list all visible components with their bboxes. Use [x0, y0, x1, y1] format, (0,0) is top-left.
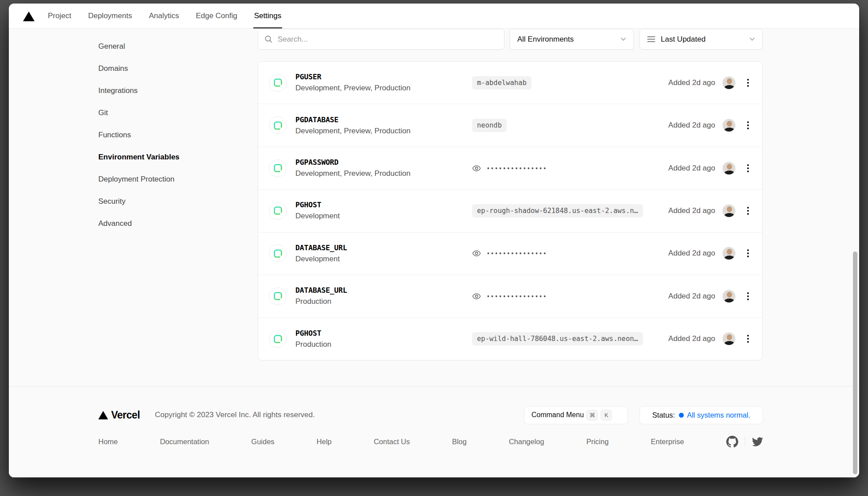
twitter-icon[interactable]	[752, 436, 763, 447]
command-menu-button[interactable]: Command Menu ⌘ K	[524, 406, 628, 424]
nav-tab-analytics[interactable]: Analytics	[149, 4, 179, 28]
chevron-down-icon	[749, 37, 755, 41]
added-timestamp: Added 2d ago	[668, 334, 715, 343]
footer-link-blog[interactable]: Blog	[452, 438, 467, 446]
footer-link-pricing[interactable]: Pricing	[586, 438, 608, 446]
env-var-info: PGPASSWORD Development, Preview, Product…	[295, 158, 472, 178]
sidebar-item-label: Functions	[98, 131, 131, 140]
sidebar-item-integrations[interactable]: Integrations	[98, 80, 231, 102]
env-var-info: DATABASE_URL Development	[295, 244, 472, 264]
sort-dropdown[interactable]: Last Updated	[639, 29, 763, 50]
neon-integration-icon	[269, 330, 287, 348]
sidebar-item-security[interactable]: Security	[98, 190, 231, 213]
sidebar-item-environment-variables[interactable]: Environment Variables	[98, 146, 231, 168]
footer-link-guides[interactable]: Guides	[251, 438, 274, 446]
env-var-value: ep-rough-shadow-621848.us-east-2.aws.n…	[472, 204, 643, 217]
kebab-menu-button[interactable]	[745, 120, 751, 131]
nav-tab-settings[interactable]: Settings	[254, 4, 281, 28]
env-var-name: PGUSER	[295, 73, 472, 81]
vercel-logo-icon[interactable]	[23, 4, 35, 28]
neon-integration-icon	[269, 116, 287, 134]
footer-link-changelog[interactable]: Changelog	[509, 438, 544, 446]
added-timestamp: Added 2d ago	[668, 121, 715, 130]
env-vars-panel: All Environments Last Updated	[258, 29, 763, 360]
footer-link-help[interactable]: Help	[317, 438, 332, 446]
avatar	[722, 247, 736, 260]
nav-tab-label: Deployments	[88, 12, 132, 20]
sidebar-item-git[interactable]: Git	[98, 102, 231, 124]
env-var-meta: Added 2d ago	[668, 162, 762, 175]
sidebar-item-deployment-protection[interactable]: Deployment Protection	[98, 168, 231, 190]
environment-filter-dropdown[interactable]: All Environments	[510, 29, 634, 50]
footer-links: Home Documentation Guides Help Contact U…	[98, 433, 763, 450]
status-value-link[interactable]: All systems normal.	[687, 411, 750, 419]
nav-tabs: Project Deployments Analytics Edge Confi…	[48, 4, 281, 28]
footer-link-home[interactable]: Home	[98, 438, 118, 446]
nav-tab-label: Settings	[254, 12, 281, 20]
kebab-menu-button[interactable]	[745, 205, 751, 217]
cmd-keycap: ⌘	[586, 410, 598, 421]
kebab-menu-button[interactable]	[745, 77, 751, 89]
copyright-text: Copyright © 2023 Vercel Inc. All rights …	[155, 411, 315, 419]
sidebar-item-functions[interactable]: Functions	[98, 124, 231, 146]
kebab-menu-button[interactable]	[745, 291, 751, 302]
sidebar-item-advanced[interactable]: Advanced	[98, 213, 231, 235]
env-var-info: PGHOST Development	[295, 201, 472, 221]
sidebar-item-label: Advanced	[98, 219, 132, 228]
env-var-info: PGUSER Development, Preview, Production	[295, 73, 472, 93]
nav-tab-deployments[interactable]: Deployments	[88, 4, 132, 28]
env-var-environments: Production	[295, 340, 472, 349]
avatar	[722, 332, 736, 345]
env-var-environments: Development, Preview, Production	[295, 169, 472, 178]
added-timestamp: Added 2d ago	[668, 78, 715, 87]
env-var-name: PGHOST	[295, 329, 472, 337]
github-icon[interactable]	[726, 436, 738, 448]
reveal-value-eye-icon[interactable]	[472, 250, 481, 257]
env-var-row: PGPASSWORD Development, Preview, Product…	[258, 147, 762, 189]
env-var-environments: Production	[295, 297, 472, 306]
brand-name: Vercel	[111, 409, 140, 421]
env-var-name: PGDATABASE	[295, 116, 472, 124]
chevron-down-icon	[620, 37, 626, 41]
env-var-row: PGDATABASE Development, Preview, Product…	[258, 104, 762, 146]
sidebar-item-general[interactable]: General	[98, 35, 231, 58]
search-box[interactable]	[258, 29, 504, 50]
env-var-value-cell: •••••••••••••••	[472, 250, 668, 257]
sidebar-item-domains[interactable]: Domains	[98, 58, 231, 80]
footer-link-documentation[interactable]: Documentation	[160, 438, 209, 446]
search-input[interactable]	[278, 35, 498, 44]
status-widget[interactable]: Status: All systems normal.	[639, 406, 763, 424]
nav-tab-label: Edge Config	[196, 12, 237, 20]
social-divider	[745, 437, 745, 446]
nav-tab-project[interactable]: Project	[48, 4, 71, 28]
app-window: Project Deployments Analytics Edge Confi…	[9, 4, 859, 477]
env-var-name: PGHOST	[295, 201, 472, 209]
footer: Vercel Copyright © 2023 Vercel Inc. All …	[9, 386, 859, 477]
added-timestamp: Added 2d ago	[668, 164, 715, 173]
added-timestamp: Added 2d ago	[668, 206, 715, 215]
env-var-name: PGPASSWORD	[295, 158, 472, 167]
nav-tab-edge-config[interactable]: Edge Config	[196, 4, 237, 28]
reveal-value-eye-icon[interactable]	[472, 165, 481, 172]
sidebar-item-label: Integrations	[98, 86, 138, 95]
kebab-menu-button[interactable]	[745, 163, 751, 174]
env-var-meta: Added 2d ago	[668, 290, 762, 303]
kebab-menu-button[interactable]	[745, 333, 751, 345]
scrollbar-thumb[interactable]	[853, 252, 857, 474]
env-vars-list: PGUSER Development, Preview, Production …	[258, 61, 763, 360]
env-var-meta: Added 2d ago	[668, 247, 762, 260]
env-var-row: DATABASE_URL Development •••••••••••••••…	[258, 232, 762, 275]
sort-label: Last Updated	[661, 35, 705, 44]
env-var-value-cell: •••••••••••••••	[472, 293, 668, 300]
env-var-value: neondb	[472, 119, 507, 132]
neon-integration-icon	[269, 202, 287, 220]
reveal-value-eye-icon[interactable]	[472, 293, 481, 300]
footer-link-enterprise[interactable]: Enterprise	[651, 438, 684, 446]
status-dot-icon	[679, 413, 684, 418]
search-icon	[264, 35, 273, 43]
sidebar-item-label: Domains	[98, 64, 128, 73]
vercel-footer-logo[interactable]: Vercel	[98, 409, 140, 421]
footer-link-contact-us[interactable]: Contact Us	[374, 438, 410, 446]
env-var-value-cell: neondb •••••••••••••••	[472, 119, 668, 132]
kebab-menu-button[interactable]	[745, 248, 751, 259]
